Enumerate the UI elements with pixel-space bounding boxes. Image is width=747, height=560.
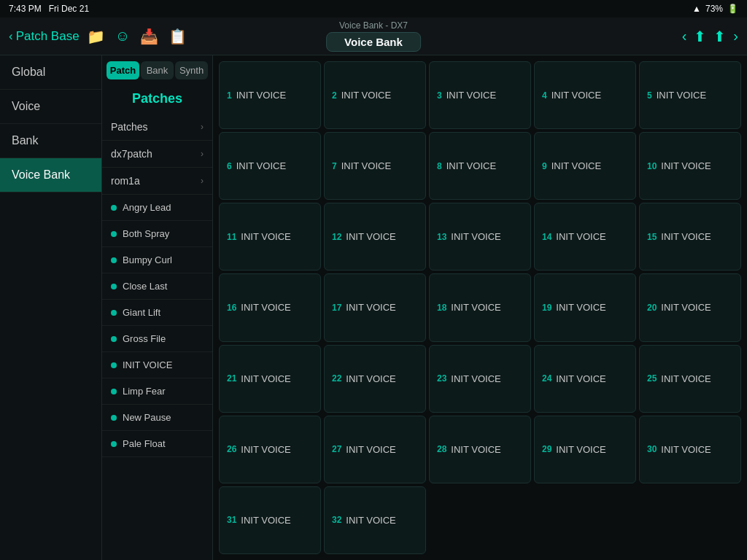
voice-cell[interactable]: 14INIT VOICE	[534, 203, 636, 271]
voice-cell[interactable]: 21INIT VOICE	[219, 345, 321, 413]
voice-cell[interactable]: 2INIT VOICE	[324, 61, 426, 129]
voice-cell[interactable]: 10INIT VOICE	[639, 132, 741, 200]
voice-cell[interactable]: 29INIT VOICE	[534, 416, 636, 483]
patch-list-item[interactable]: INIT VOICE	[102, 352, 212, 378]
voice-cell[interactable]: 24INIT VOICE	[534, 345, 636, 413]
voice-name: INIT VOICE	[661, 302, 711, 313]
tab-synth[interactable]: Synth	[175, 61, 208, 79]
top-nav-icons: 📁 ☺ 📥 📋	[87, 28, 187, 45]
voice-cell[interactable]: 4INIT VOICE	[534, 61, 636, 129]
patch-list-item[interactable]: New Pause	[102, 405, 212, 431]
inbox-icon[interactable]: 📥	[140, 28, 158, 45]
voice-cell[interactable]: 11INIT VOICE	[219, 203, 321, 271]
tab-bank[interactable]: Bank	[141, 61, 174, 79]
voice-name: INIT VOICE	[241, 373, 290, 384]
voice-number: 12	[332, 232, 341, 242]
face-icon[interactable]: ☺	[115, 28, 130, 44]
patch-item-label: Pale Float	[123, 438, 166, 449]
voice-cell[interactable]: 23INIT VOICE	[429, 345, 531, 413]
tree-item-rom1a[interactable]: rom1a ›	[102, 168, 212, 195]
voice-number: 23	[437, 373, 446, 384]
voice-name: INIT VOICE	[451, 373, 500, 384]
tree-item-patches[interactable]: Patches ›	[102, 114, 212, 141]
sidebar-item-bank[interactable]: Bank	[0, 124, 101, 158]
voice-cell[interactable]: 6INIT VOICE	[219, 132, 321, 200]
voice-cell[interactable]: 7INIT VOICE	[324, 132, 426, 200]
back-chevron-icon: ‹	[9, 29, 13, 44]
tree-patches-label: Patches	[111, 121, 148, 133]
status-bar: 7:43 PM Fri Dec 21 ▲ 73% 🔋	[0, 0, 747, 18]
folder-icon[interactable]: 📁	[87, 28, 105, 45]
share-icon[interactable]: ⬆	[694, 28, 706, 45]
sidebar-bank-label: Bank	[12, 134, 38, 147]
voice-cell[interactable]: 17INIT VOICE	[324, 273, 426, 341]
voice-cell[interactable]: 19INIT VOICE	[534, 273, 636, 341]
voice-number: 30	[647, 444, 657, 454]
voice-cell[interactable]: 22INIT VOICE	[324, 345, 426, 413]
voice-number: 13	[437, 232, 446, 242]
voice-cell[interactable]: 20INIT VOICE	[639, 273, 741, 341]
tree-item-dx7patch[interactable]: dx7patch ›	[102, 141, 212, 168]
voice-cell[interactable]: 3INIT VOICE	[429, 61, 531, 129]
patch-list-item[interactable]: Giant Lift	[102, 300, 212, 326]
voice-number: 3	[437, 90, 442, 101]
patch-dot	[111, 362, 117, 368]
voice-name: INIT VOICE	[551, 90, 601, 101]
voice-cell[interactable]: 15INIT VOICE	[639, 203, 741, 271]
tree-rom1a-label: rom1a	[111, 175, 140, 187]
voice-cell[interactable]: 25INIT VOICE	[639, 345, 741, 413]
voice-cell[interactable]: 26INIT VOICE	[219, 416, 321, 483]
patch-item-label: New Pause	[123, 412, 171, 423]
patch-dot	[111, 284, 117, 289]
sidebar-voice-bank-label: Voice Bank	[12, 168, 70, 181]
patch-item-label: Bumpy Curl	[123, 254, 172, 265]
voice-cell[interactable]: 32INIT VOICE	[324, 486, 426, 554]
patch-list-item[interactable]: Limp Fear	[102, 378, 212, 405]
voice-name: INIT VOICE	[551, 160, 601, 171]
voice-name: INIT VOICE	[346, 231, 395, 242]
panel-title: Patches	[102, 79, 212, 114]
patch-list-item[interactable]: Close Last	[102, 273, 212, 300]
patch-dot	[111, 257, 117, 263]
patch-list-item[interactable]: Pale Float	[102, 431, 212, 457]
voice-cell[interactable]: 16INIT VOICE	[219, 273, 321, 341]
voice-bank-title: Voice Bank	[326, 32, 421, 52]
voice-cell[interactable]: 1INIT VOICE	[219, 61, 321, 129]
patch-item-label: Close Last	[123, 281, 167, 292]
next-icon[interactable]: ›	[733, 28, 738, 44]
voice-cell[interactable]: 30INIT VOICE	[639, 416, 741, 483]
clipboard-icon[interactable]: 📋	[169, 28, 187, 45]
sidebar-item-global[interactable]: Global	[0, 55, 101, 90]
patch-list-item[interactable]: Both Spray	[102, 221, 212, 247]
patch-list-item[interactable]: Bumpy Curl	[102, 247, 212, 273]
voice-cell[interactable]: 31INIT VOICE	[219, 486, 321, 554]
sidebar-item-voice-bank[interactable]: Voice Bank	[0, 158, 101, 192]
export-icon[interactable]: ⬆	[713, 28, 726, 45]
voice-number: 7	[332, 161, 337, 171]
voice-cell[interactable]: 12INIT VOICE	[324, 203, 426, 271]
voice-cell[interactable]: 27INIT VOICE	[324, 416, 426, 483]
voice-cell[interactable]: 18INIT VOICE	[429, 273, 531, 341]
voice-cell[interactable]: 28INIT VOICE	[429, 416, 531, 483]
voice-number: 22	[332, 373, 341, 384]
voice-name: INIT VOICE	[446, 90, 496, 101]
voice-grid: 1INIT VOICE2INIT VOICE3INIT VOICE4INIT V…	[213, 55, 747, 560]
voice-cell[interactable]: 9INIT VOICE	[534, 132, 636, 200]
sidebar-voice-label: Voice	[12, 100, 40, 112]
sidebar-item-voice[interactable]: Voice	[0, 90, 101, 124]
voice-name: INIT VOICE	[241, 515, 290, 526]
voice-cell[interactable]: 8INIT VOICE	[429, 132, 531, 200]
tab-patch[interactable]: Patch	[107, 61, 139, 79]
tab-bar: Patch Bank Synth	[102, 55, 212, 79]
voice-cell[interactable]: 13INIT VOICE	[429, 203, 531, 271]
patch-list-item[interactable]: Gross File	[102, 326, 212, 352]
patch-list-item[interactable]: Angry Lead	[102, 195, 212, 221]
patch-list: Angry LeadBoth SprayBumpy CurlClose Last…	[102, 195, 212, 457]
voice-number: 20	[647, 303, 657, 313]
prev-icon[interactable]: ‹	[682, 28, 687, 44]
back-button[interactable]: ‹ Patch Base	[9, 29, 80, 44]
voice-name: INIT VOICE	[556, 373, 605, 384]
voice-cell[interactable]: 5INIT VOICE	[639, 61, 741, 129]
middle-panel: Patch Bank Synth Patches Patches › dx7pa…	[102, 55, 213, 560]
voice-name: INIT VOICE	[236, 160, 286, 171]
